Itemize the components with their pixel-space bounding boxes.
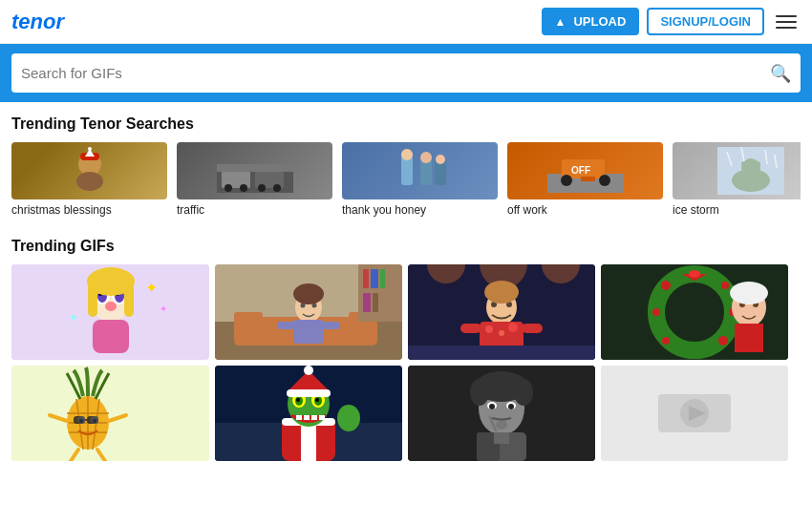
gif-item[interactable]: ✦ ✦ ✦ [11,264,209,360]
svg-point-18 [420,152,432,163]
search-thumb [11,142,167,199]
gif-row-1: ✦ ✦ ✦ [11,264,801,360]
menu-icon-line [776,27,797,29]
search-item[interactable]: ice storm [673,142,801,217]
ice-storm-image [717,147,784,195]
svg-point-146 [470,379,489,406]
svg-rect-14 [217,164,293,172]
trending-searches-title: Trending Tenor Searches [11,115,801,133]
search-thumb: OFF [507,142,663,199]
svg-point-147 [514,379,533,406]
svg-rect-139 [287,389,331,397]
svg-point-133 [315,398,319,402]
search-thumb [342,142,498,199]
search-item[interactable]: OFF off work [507,142,663,217]
search-item[interactable]: traffic [177,142,332,217]
svg-point-11 [240,184,247,192]
gif-item[interactable] [215,264,402,360]
svg-point-132 [296,398,300,402]
header: tenor ▲ UPLOAD SIGNUP/LOGIN [0,0,812,44]
search-inner: 🔍 [11,53,801,93]
svg-point-47 [105,302,117,311]
svg-point-13 [273,184,281,192]
svg-rect-60 [321,322,340,329]
svg-rect-119 [74,416,85,424]
header-right: ▲ UPLOAD SIGNUP/LOGIN [542,8,801,35]
gif-item[interactable] [215,366,402,461]
svg-rect-85 [408,346,595,360]
svg-text:✦: ✦ [160,304,167,314]
svg-rect-51 [93,320,129,353]
svg-rect-155 [494,432,509,444]
svg-point-6 [88,147,92,151]
svg-point-102 [730,282,768,304]
search-item-label: thank you honey [342,203,498,217]
search-item-label: off work [507,203,663,217]
trending-searches-list: christmas blessings traff [11,142,801,217]
svg-point-97 [689,270,700,278]
svg-point-93 [652,308,660,316]
svg-rect-66 [371,269,378,288]
svg-rect-134 [296,415,302,420]
search-thumb [177,142,332,199]
upload-icon: ▲ [555,15,566,29]
svg-rect-142 [343,406,351,421]
svg-point-91 [718,336,728,346]
svg-rect-136 [311,415,317,420]
talkshow-gif [408,264,595,360]
pineapple-gif [11,366,209,461]
search-item[interactable]: thank you honey [342,142,498,217]
svg-point-89 [721,282,729,289]
login-button[interactable]: SIGNUP/LOGIN [647,8,764,35]
thank-you-honey-image [387,147,454,195]
svg-rect-68 [363,293,371,312]
svg-point-20 [436,155,445,164]
christmas-blessings-image [71,147,109,195]
gif-item[interactable] [408,366,595,461]
gif-item[interactable] [601,366,788,461]
trending-gifs-section: Trending GIFs ✦ [0,224,812,474]
placeholder-gif [601,366,788,461]
grinch-gif [215,366,402,461]
gif-item[interactable] [601,264,788,360]
search-input[interactable] [21,53,770,93]
gif-item[interactable] [408,264,595,360]
search-icon[interactable]: 🔍 [770,63,791,84]
svg-rect-25 [581,177,595,181]
svg-rect-65 [363,269,369,288]
svg-rect-46 [124,279,134,317]
svg-rect-120 [87,416,98,424]
svg-rect-59 [277,322,296,329]
anime-gif: ✦ ✦ ✦ [11,264,209,360]
svg-rect-99 [735,324,763,352]
menu-button[interactable] [772,11,801,32]
svg-point-23 [561,175,572,186]
svg-point-152 [496,420,507,430]
sitcom-gif [215,264,402,360]
upload-button[interactable]: ▲ UPLOAD [542,8,640,35]
svg-point-150 [489,404,495,409]
svg-rect-45 [88,279,97,317]
svg-point-31 [755,161,760,167]
search-thumb [673,142,801,199]
svg-point-63 [293,283,324,304]
svg-point-140 [304,366,313,375]
gif-item[interactable] [11,366,209,461]
svg-point-78 [499,330,504,336]
search-item-label: ice storm [673,203,801,217]
svg-rect-58 [293,320,324,344]
svg-point-92 [662,337,670,345]
svg-point-77 [485,325,493,333]
svg-point-94 [661,281,671,290]
svg-point-12 [258,184,266,192]
menu-icon-line [776,15,797,17]
menu-icon-line [776,21,797,23]
svg-point-10 [224,184,232,192]
svg-text:OFF: OFF [571,165,590,176]
svg-rect-84 [522,324,543,333]
svg-point-79 [508,323,518,332]
svg-rect-135 [304,415,310,420]
svg-point-24 [599,175,610,186]
svg-point-82 [484,281,519,304]
search-item[interactable]: christmas blessings [11,142,167,217]
